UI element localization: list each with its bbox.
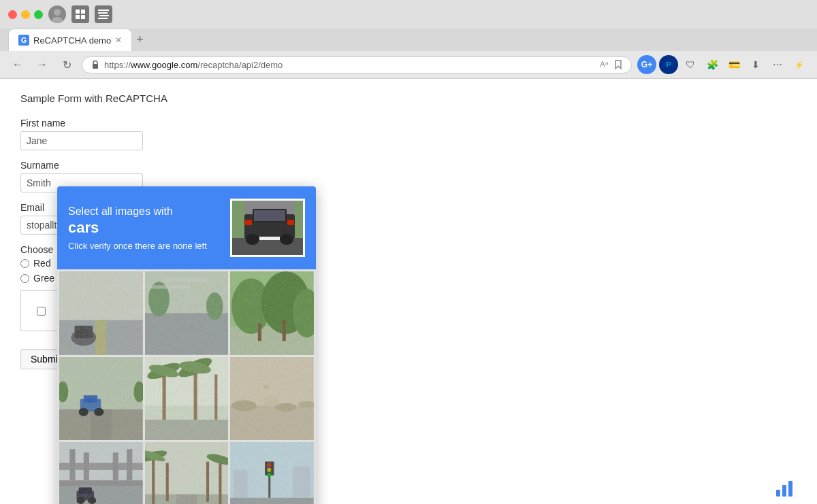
first-name-label: First name (20, 118, 231, 129)
url-path: /recaptcha/api2/demo (197, 60, 283, 70)
svg-rect-13 (232, 238, 305, 257)
radio-red-input[interactable] (20, 259, 29, 268)
bookmark-icon[interactable] (613, 60, 623, 69)
paypal-icon[interactable]: P (659, 55, 678, 74)
download-icon[interactable]: ⬇ (746, 55, 765, 74)
svg-rect-102 (776, 490, 780, 497)
extension-icon2[interactable] (95, 5, 112, 23)
active-tab[interactable]: G ReCAPTCHA demo ✕ (8, 29, 132, 51)
grid-cell-3[interactable]: ✓ (59, 357, 143, 441)
recaptcha-checkbox-input[interactable] (37, 307, 46, 316)
svg-rect-9 (98, 18, 108, 19)
page-title: Sample Form with ReCAPTCHA (20, 93, 797, 104)
new-tab-button[interactable]: + (136, 33, 144, 47)
menu-icon[interactable]: ⋯ (768, 55, 787, 74)
browser-chrome: G ReCAPTCHA demo ✕ + ← → ↻ https://www.g… (0, 0, 817, 79)
recaptcha-popup: Select all images with cars Click verify… (57, 186, 316, 504)
radio-green-label: Gree (33, 273, 54, 284)
toolbar-icons: G+ P 🛡 🧩 💳 ⬇ ⋯ ⚡ (637, 55, 809, 74)
svg-text:Aᵃ: Aᵃ (600, 60, 609, 69)
svg-point-1 (52, 17, 63, 23)
page-content: Sample Form with ReCAPTCHA First name Su… (0, 79, 817, 504)
puzzle-icon[interactable]: 🧩 (703, 55, 722, 74)
grid-cell-4[interactable]: ✓ (145, 357, 229, 441)
svg-rect-2 (76, 10, 80, 14)
tab-title: ReCAPTCHA demo (33, 35, 111, 46)
first-name-input[interactable] (20, 131, 143, 150)
svg-point-0 (54, 9, 61, 16)
svg-rect-3 (81, 10, 85, 14)
svg-rect-4 (76, 15, 80, 19)
recaptcha-score-icon (776, 480, 797, 501)
url-prefix: https:// (104, 60, 131, 70)
svg-rect-5 (81, 15, 85, 19)
svg-point-22 (280, 234, 293, 245)
captcha-instruction: Click verify once there are none left (68, 241, 223, 251)
svg-rect-7 (98, 12, 108, 14)
extension-icon1[interactable] (71, 5, 89, 23)
svg-point-21 (246, 234, 259, 245)
radio-red-label: Red (33, 258, 51, 269)
captcha-grid: ✓ ✓ (57, 269, 316, 504)
grid-cell-5[interactable]: ✓ (230, 357, 314, 441)
grid-cell-2[interactable]: ✓ (230, 271, 314, 355)
grid-cell-0[interactable]: ✓ (59, 271, 143, 355)
radio-green-input[interactable] (20, 274, 29, 283)
grid-cell-7[interactable]: ✓ (145, 442, 229, 504)
grid-cell-1[interactable]: ✓ (145, 271, 229, 355)
grid-cell-8[interactable]: ✓ (230, 442, 314, 504)
captcha-keyword: cars (68, 219, 223, 237)
svg-rect-104 (788, 481, 792, 497)
tab-bar: G ReCAPTCHA demo ✕ + (0, 29, 817, 51)
shield-icon[interactable]: 🛡 (681, 55, 700, 74)
minimize-button[interactable] (21, 10, 30, 19)
lock-icon (91, 60, 100, 69)
edge-icon[interactable]: ⚡ (790, 55, 809, 74)
svg-rect-20 (259, 237, 280, 240)
captcha-header-text: Select all images with cars Click verify… (68, 205, 223, 251)
translate-icon: Aᵃ (600, 60, 609, 69)
tab-favicon: G (18, 35, 29, 46)
avatar (48, 5, 66, 23)
svg-rect-24 (295, 201, 305, 238)
svg-rect-16 (254, 210, 285, 221)
svg-rect-10 (93, 64, 98, 69)
close-button[interactable] (8, 10, 17, 19)
recaptcha-checkbox[interactable] (20, 290, 61, 331)
traffic-lights (8, 10, 43, 19)
forward-button[interactable]: → (33, 55, 52, 74)
svg-rect-18 (287, 220, 294, 225)
wallet-icon[interactable]: 💳 (724, 55, 743, 74)
svg-rect-103 (782, 485, 786, 497)
captcha-select-text: Select all images with (68, 205, 223, 218)
address-bar[interactable]: https://www.google.com/recaptcha/api2/de… (82, 56, 632, 73)
captcha-header: Select all images with cars Click verify… (57, 186, 316, 269)
surname-label: Surname (20, 160, 231, 171)
first-name-row: First name (20, 118, 231, 150)
reload-button[interactable]: ↻ (57, 55, 76, 74)
title-bar (0, 0, 817, 29)
grid-cell-6[interactable]: ✓ (59, 442, 143, 504)
address-bar-row: ← → ↻ https://www.google.com/recaptcha/a… (0, 51, 817, 78)
extensions-icon[interactable]: G+ (637, 55, 656, 74)
captcha-preview-image (230, 199, 305, 257)
tab-close-button[interactable]: ✕ (115, 35, 122, 45)
url-domain: www.google.com (131, 60, 197, 70)
svg-rect-6 (98, 10, 109, 11)
svg-rect-23 (232, 201, 244, 238)
maximize-button[interactable] (34, 10, 43, 19)
svg-rect-17 (245, 220, 252, 225)
url-text: https://www.google.com/recaptcha/api2/de… (104, 60, 596, 70)
back-button[interactable]: ← (8, 55, 27, 74)
svg-rect-8 (99, 15, 109, 16)
